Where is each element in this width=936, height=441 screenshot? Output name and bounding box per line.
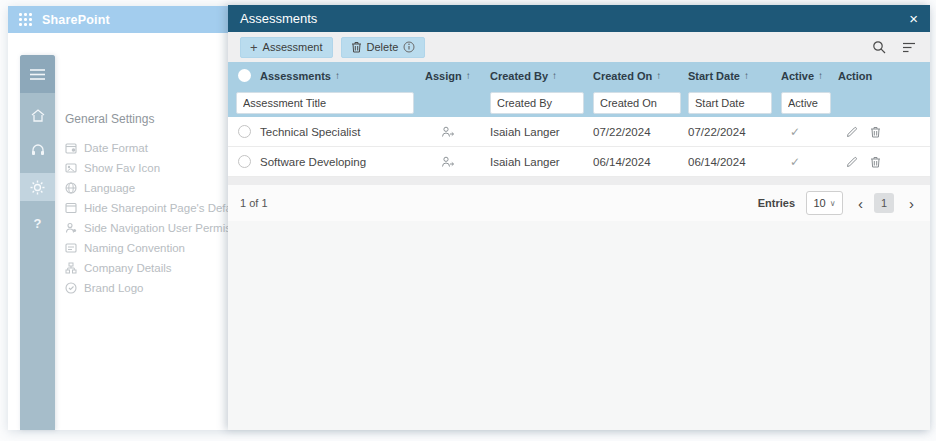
active-check-icon: ✓ [790,125,800,139]
column-header-assign[interactable]: Assign [425,70,462,82]
assign-user-icon[interactable] [441,156,454,168]
page-info: 1 of 1 [240,197,268,209]
row-delete-trash-icon[interactable] [870,156,881,168]
add-assessment-button[interactable]: + Assessment [240,37,333,58]
settings-item-hide-default-controls[interactable]: Hide Sharepoint Page's Default Co [65,198,228,218]
filter-start-date-input[interactable] [688,92,772,114]
next-page-button[interactable]: › [907,195,916,212]
general-settings-panel: General Settings Date Format Show Fav Ic… [65,112,228,298]
language-icon [65,182,77,194]
menu-button[interactable] [20,55,55,93]
table-filter-row [228,89,930,117]
created-by-value: Isaiah Langer [490,126,560,138]
page-number-button[interactable]: 1 [874,193,894,213]
column-header-assessments[interactable]: Assessments [260,70,331,82]
modal-header: Assessments × [228,5,930,32]
chevron-down-icon: ∨ [830,199,836,208]
table-footer: 1 of 1 Entries 10 ∨ ‹ 1 › [228,185,930,221]
edit-pencil-icon[interactable] [846,126,858,138]
close-icon[interactable]: × [909,11,918,26]
delete-label: Delete [367,41,399,53]
settings-item-show-fav-icon[interactable]: Show Fav Icon [65,158,228,178]
settings-item-language[interactable]: Language [65,178,228,198]
delete-button[interactable]: Delete [341,37,426,58]
row-select-radio[interactable] [238,155,251,168]
app-window: SharePoint [8,6,930,430]
filter-assessment-title-input[interactable] [236,92,414,114]
settings-gear-icon [30,180,45,195]
home-nav-button[interactable] [20,102,55,128]
previous-page-button[interactable]: ‹ [856,195,865,212]
help-icon: ? [34,216,42,231]
brand-logo-icon [65,282,77,294]
search-icon[interactable] [872,40,886,54]
favicon-icon [65,162,77,174]
settings-item-label: Date Format [84,142,148,154]
trash-icon [351,41,362,53]
select-all-radio[interactable] [238,69,251,82]
settings-item-label: Show Fav Icon [84,162,160,174]
info-icon[interactable] [403,41,415,53]
settings-item-label: Brand Logo [84,282,143,294]
settings-item-brand-logo[interactable]: Brand Logo [65,278,228,298]
headset-icon [31,143,45,156]
company-details-icon [65,262,77,274]
plus-icon: + [250,41,258,54]
add-assessment-label: Assessment [263,41,323,53]
side-navigation-rail: ? [20,55,55,430]
modal-toolbar: + Assessment Delete [228,32,930,62]
user-permission-icon [65,222,77,234]
filter-created-on-input[interactable] [593,92,681,114]
sort-arrow-icon: ↑ [656,70,661,81]
filter-active-input[interactable] [781,92,831,114]
support-nav-button[interactable] [20,136,55,162]
settings-item-label: Hide Sharepoint Page's Default Co [84,202,228,214]
settings-nav-button[interactable] [20,173,55,201]
modal-empty-area [228,221,930,430]
hamburger-icon [30,69,45,80]
edit-pencil-icon[interactable] [846,156,858,168]
settings-section-title: General Settings [65,112,228,126]
settings-item-label: Company Details [84,262,172,274]
settings-item-date-format[interactable]: Date Format [65,138,228,158]
assign-user-icon[interactable] [441,126,454,138]
page-icon [65,202,77,214]
naming-convention-icon [65,242,77,254]
pagination-controls: Entries 10 ∨ ‹ 1 › [758,191,916,215]
help-nav-button[interactable]: ? [20,210,55,236]
assessment-title[interactable]: Software Developing [260,156,366,168]
sort-arrow-icon: ↑ [744,70,749,81]
column-header-action: Action [838,70,872,82]
start-date-value: 07/22/2024 [688,126,746,138]
column-options-icon[interactable] [902,42,916,53]
entries-label: Entries [758,197,795,209]
row-delete-trash-icon[interactable] [870,126,881,138]
sort-arrow-icon: ↑ [552,70,557,81]
table-end-divider [228,177,930,185]
settings-item-side-navigation-user-permission[interactable]: Side Navigation User Permission [65,218,228,238]
column-header-created-by[interactable]: Created By [490,70,548,82]
created-by-value: Isaiah Langer [490,156,560,168]
start-date-value: 06/14/2024 [688,156,746,168]
column-header-active[interactable]: Active [781,70,814,82]
settings-item-naming-convention[interactable]: Naming Convention [65,238,228,258]
entries-value: 10 [813,197,825,209]
assessment-title[interactable]: Technical Specialist [260,126,360,138]
row-select-radio[interactable] [238,125,251,138]
created-on-value: 07/22/2024 [593,126,651,138]
table-header-row: Assessments ↑ Assign ↑ Created By ↑ Crea… [228,62,930,89]
calendar-settings-icon [65,142,77,154]
entries-per-page-dropdown[interactable]: 10 ∨ [806,191,843,215]
settings-item-label: Side Navigation User Permission [84,222,228,234]
settings-item-label: Naming Convention [84,242,185,254]
settings-item-label: Language [84,182,135,194]
column-header-start-date[interactable]: Start Date [688,70,740,82]
table-row: Technical Specialist Isaiah Langer 07/22… [228,117,930,147]
settings-item-company-details[interactable]: Company Details [65,258,228,278]
filter-created-by-input[interactable] [490,92,584,114]
column-header-created-on[interactable]: Created On [593,70,652,82]
app-launcher-icon[interactable] [19,13,32,26]
modal-title: Assessments [240,11,317,26]
toolbar-right-icons [872,40,916,54]
assessments-modal: Assessments × + Assessment Delete Assess… [228,5,930,430]
